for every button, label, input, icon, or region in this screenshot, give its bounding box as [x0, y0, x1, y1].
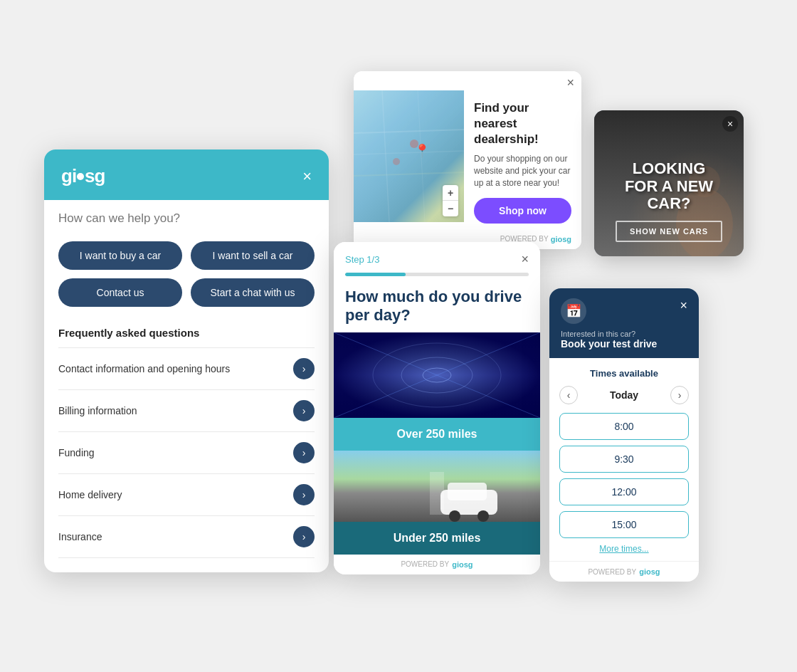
faq-billing-arrow: ›	[293, 400, 315, 421]
svg-line-2	[354, 172, 464, 176]
chat-close-button[interactable]: ×	[302, 169, 312, 184]
svg-line-9	[334, 375, 437, 418]
map-zoom-controls: + −	[443, 185, 458, 216]
sell-car-button[interactable]: I want to sell a car	[191, 241, 315, 270]
svg-point-16	[449, 510, 460, 522]
banner-background: × LOOKINGFOR A NEWCAR? SHOW NEW CARS	[594, 110, 744, 256]
faq-contact-info-label: Contact information and opening hours	[58, 363, 230, 374]
quiz-option-over-250[interactable]: Over 250 miles	[334, 418, 540, 451]
faq-contact-info[interactable]: Contact information and opening hours ›	[58, 347, 315, 389]
booking-more-times[interactable]: More times...	[559, 544, 689, 554]
svg-line-1	[354, 151, 464, 154]
faq-home-delivery-arrow: ›	[293, 484, 315, 505]
quiz-tunnel-image	[334, 332, 540, 418]
quiz-road-image	[334, 451, 540, 522]
chat-search-area	[44, 200, 329, 236]
banner-close-button[interactable]: ×	[722, 116, 738, 132]
quiz-road-car-svg	[334, 451, 519, 522]
chat-action-buttons: I want to buy a car I want to sell a car…	[44, 236, 329, 318]
booking-day-nav: ‹ Today ›	[559, 386, 689, 404]
faq-funding[interactable]: Funding ›	[58, 431, 315, 473]
booking-prev-button[interactable]: ‹	[559, 386, 578, 404]
map-close-button[interactable]: ×	[566, 75, 574, 90]
faq-billing[interactable]: Billing information ›	[58, 389, 315, 431]
quiz-footer: POWERED BY giosg	[334, 555, 540, 574]
map-content: 📍 + − Find your nearest dealership! Do y…	[354, 90, 581, 231]
faq-insurance[interactable]: Insurance ›	[58, 515, 315, 558]
chat-header: gisg ×	[44, 149, 329, 200]
svg-line-10	[437, 375, 540, 418]
tunnel-lines-svg	[334, 332, 540, 418]
svg-line-3	[382, 90, 389, 222]
svg-rect-15	[448, 483, 487, 500]
quiz-widget: Step 1/3 × How much do you drive per day…	[334, 242, 540, 574]
map-widget: × 📍 + − Find your nearest dealership! Do…	[354, 71, 581, 249]
map-pin: 📍	[414, 143, 430, 159]
faq-insurance-label: Insurance	[58, 531, 102, 542]
buy-car-button[interactable]: I want to buy a car	[58, 241, 182, 270]
map-shop-button[interactable]: Shop now	[474, 198, 571, 224]
booking-day-label: Today	[610, 389, 638, 401]
booking-powered-label: POWERED BY	[588, 568, 636, 576]
quiz-option-under-250[interactable]: Under 250 miles	[334, 522, 540, 555]
booking-next-button[interactable]: ›	[670, 386, 689, 404]
booking-close-button[interactable]: ×	[680, 298, 687, 313]
map-heading: Find your nearest dealership!	[474, 100, 571, 147]
quiz-close-button[interactable]: ×	[521, 252, 529, 267]
booking-calendar-icon: 📅	[561, 298, 586, 324]
map-zoom-out[interactable]: −	[443, 201, 458, 216]
booking-footer: POWERED BY giosg	[549, 561, 699, 582]
booking-header-info: 📅 Interested in this car? Book your test…	[561, 298, 657, 350]
svg-point-17	[477, 510, 489, 522]
map-header: ×	[354, 71, 581, 90]
map-zoom-in[interactable]: +	[443, 185, 458, 201]
svg-point-6	[393, 158, 400, 165]
faq-insurance-arrow: ›	[293, 526, 315, 547]
map-text-area: Find your nearest dealership! Do your sh…	[464, 90, 581, 231]
svg-line-8	[437, 332, 540, 375]
faq-title: Frequently asked questions	[58, 327, 315, 339]
faq-home-delivery[interactable]: Home delivery ›	[58, 473, 315, 515]
booking-slot-2[interactable]: 12:00	[559, 478, 689, 505]
quiz-header: Step 1/3 ×	[334, 242, 540, 267]
banner-cta-button[interactable]: SHOW NEW CARS	[616, 221, 722, 242]
giosg-logo: gisg	[61, 165, 105, 187]
banner-text: LOOKINGFOR A NEWCAR?	[625, 160, 713, 212]
faq-contact-info-arrow: ›	[293, 358, 315, 379]
faq-billing-label: Billing information	[58, 405, 137, 416]
faq-funding-label: Funding	[58, 447, 95, 458]
booking-slot-1[interactable]: 9:30	[559, 446, 689, 473]
banner-widget: × LOOKINGFOR A NEWCAR? SHOW NEW CARS	[594, 110, 744, 256]
booking-slot-0[interactable]: 8:00	[559, 413, 689, 440]
quiz-giosg-brand: giosg	[452, 560, 473, 569]
contact-us-button[interactable]: Contact us	[58, 278, 182, 307]
faq-funding-arrow: ›	[293, 442, 315, 463]
booking-slot-3[interactable]: 15:00	[559, 511, 689, 538]
chat-widget: gisg × I want to buy a car I want to sel…	[44, 149, 329, 572]
quiz-step-label: Step 1/3	[345, 254, 379, 265]
map-image: 📍 + −	[354, 90, 464, 222]
quiz-question: How much do you drive per day?	[334, 276, 540, 332]
chat-search-input[interactable]	[58, 211, 315, 226]
svg-line-0	[354, 130, 464, 133]
map-description: Do your shopping on our website and pick…	[474, 153, 571, 189]
booking-widget: 📅 Interested in this car? Book your test…	[549, 288, 699, 582]
booking-title: Book your test drive	[561, 338, 657, 350]
booking-body: Times available ‹ Today › 8:00 9:30 12:0…	[549, 358, 699, 561]
booking-subtitle: Interested in this car?	[561, 330, 657, 338]
booking-header: 📅 Interested in this car? Book your test…	[549, 288, 699, 358]
booking-times-label: Times available	[559, 368, 689, 379]
svg-line-7	[334, 332, 437, 375]
quiz-powered-label: POWERED BY	[401, 560, 449, 568]
faq-section: Frequently asked questions Contact infor…	[44, 318, 329, 572]
booking-giosg-brand: giosg	[639, 567, 660, 576]
faq-home-delivery-label: Home delivery	[58, 489, 122, 500]
start-chat-button[interactable]: Start a chat with us	[191, 278, 315, 307]
banner-heading: LOOKINGFOR A NEWCAR?	[625, 160, 713, 212]
map-giosg-brand: giosg	[551, 235, 571, 243]
